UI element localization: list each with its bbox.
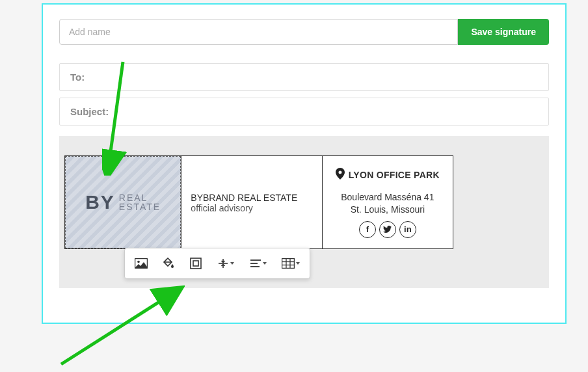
social-icons: f in [329, 221, 446, 238]
table-toolbar [124, 248, 310, 279]
signature-preview-area: BY REAL ESTATE BYBRAND REAL ESTATE offic… [59, 136, 549, 288]
address-line2: St. Louis, Missouri [329, 204, 446, 216]
svg-point-1 [137, 261, 140, 263]
logo-real: REAL [119, 193, 161, 202]
company-tagline: official advisory [191, 203, 312, 213]
editor-panel: Save signature To: Subject: BY REAL ESTA… [42, 3, 567, 324]
logo-by-text: BY [85, 191, 115, 213]
insert-image-button[interactable] [129, 252, 154, 275]
company-logo: BY REAL ESTATE [85, 191, 161, 213]
svg-rect-8 [282, 259, 295, 269]
save-signature-button[interactable]: Save signature [458, 19, 549, 45]
company-name: BYBRAND REAL ESTATE [191, 193, 312, 203]
map-pin-icon [336, 168, 345, 182]
top-row: Save signature [59, 19, 549, 45]
fill-color-button[interactable] [156, 252, 181, 275]
address-line1: Boulevard Masséna 41 [329, 191, 446, 204]
subject-field[interactable]: Subject: [59, 98, 549, 126]
logo-estate: ESTATE [119, 202, 161, 211]
caret-down-icon [263, 262, 267, 265]
signature-cell-address[interactable]: LYON OFFICE PARK Boulevard Masséna 41 St… [323, 156, 453, 248]
to-field[interactable]: To: [59, 63, 549, 91]
caret-down-icon [230, 262, 234, 265]
svg-rect-3 [193, 261, 198, 266]
signature-table[interactable]: BY REAL ESTATE BYBRAND REAL ESTATE offic… [64, 155, 453, 249]
signature-cell-company[interactable]: BYBRAND REAL ESTATE official advisory [181, 156, 322, 248]
facebook-icon[interactable]: f [359, 221, 376, 238]
twitter-icon[interactable] [379, 221, 396, 238]
horizontal-align-button[interactable] [243, 252, 273, 275]
svg-rect-2 [191, 258, 201, 269]
caret-down-icon [296, 262, 300, 265]
cell-style-button[interactable] [183, 252, 208, 275]
table-operations-button[interactable] [276, 252, 306, 275]
vertical-align-button[interactable] [211, 252, 241, 275]
signature-name-input[interactable] [59, 19, 458, 45]
signature-cell-logo[interactable]: BY REAL ESTATE [65, 156, 181, 248]
linkedin-icon[interactable]: in [399, 221, 416, 238]
office-title: LYON OFFICE PARK [349, 170, 440, 180]
